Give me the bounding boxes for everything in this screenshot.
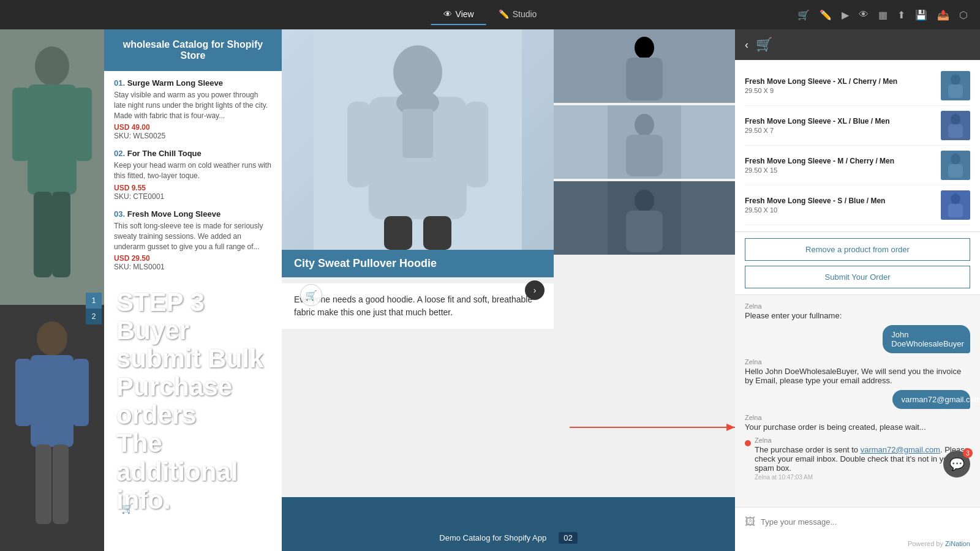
order-item-1-thumb	[941, 71, 970, 100]
order-item-2-thumb	[941, 111, 970, 140]
msg-order-sent: The purchase order is sent to varman72@g…	[755, 445, 970, 473]
product-panel: 🛒	[282, 29, 735, 551]
studio-label: Studio	[513, 9, 537, 19]
chat-back-button[interactable]: ‹	[745, 39, 748, 51]
svg-point-8	[37, 321, 67, 356]
thumb-2[interactable]	[554, 105, 735, 179]
order-actions: Remove a product from order Submit Your …	[735, 232, 980, 295]
cart-toolbar-icon[interactable]: 🛒	[797, 9, 810, 21]
catalog-item-2-sku: SKU: CTE0001	[114, 192, 272, 201]
svg-rect-9	[31, 355, 74, 447]
svg-rect-21	[347, 102, 371, 187]
svg-rect-2	[28, 84, 77, 195]
pencil-icon: ✏️	[499, 9, 509, 19]
bottom-cart-float[interactable]: 🛒	[116, 498, 136, 520]
catalog-item-2-title: 02. For The Chill Toque	[114, 149, 272, 158]
save-toolbar-icon[interactable]: 💾	[915, 9, 927, 21]
notification-badge: 3	[963, 448, 973, 458]
svg-rect-22	[465, 102, 488, 187]
edit-toolbar-icon[interactable]: ✏️	[820, 9, 832, 21]
page-num-2: 2	[86, 309, 102, 324]
thumb-1[interactable]	[554, 29, 735, 103]
msg-timestamp: Zelna at 10:47:03 AM	[755, 474, 970, 481]
svg-rect-4	[75, 88, 92, 161]
svg-rect-33	[626, 211, 663, 252]
cart-float-icon: 🛒	[305, 290, 317, 301]
thumb-3[interactable]	[554, 181, 735, 255]
side-numbers: 1 2	[86, 293, 102, 324]
order-item-2-detail: 29.50 X 7	[745, 127, 941, 134]
order-item-1-name: Fresh Move Long Sleeve - XL / Cherry / M…	[745, 77, 941, 87]
svg-rect-24	[423, 216, 451, 250]
msg-bubble-email: varman72@gmail.com	[873, 390, 970, 409]
product-description-text: Everyone needs a good hoodie. A loose fi…	[294, 294, 532, 317]
product-title: City Sweat Pullover Hoodie	[294, 257, 437, 269]
catalog-item-3-title: 03. Fresh Move Long Sleeve	[114, 209, 272, 219]
svg-point-29	[635, 114, 654, 136]
catalog-item-1-title: 01. Surge Warm Long Sleeve	[114, 78, 272, 88]
attach-icon[interactable]: 🖼	[745, 515, 756, 528]
toolbar-center: 👁 View ✏️ Studio	[431, 4, 549, 25]
order-item-4-detail: 29.50 X 10	[745, 206, 941, 214]
main-image-placeholder	[282, 29, 554, 250]
chat-message-input[interactable]	[761, 514, 970, 530]
svg-rect-20	[402, 109, 433, 158]
next-arrow[interactable]: ›	[525, 280, 545, 300]
bottom-bar-page: 02	[559, 532, 577, 544]
svg-rect-41	[948, 124, 963, 138]
share-toolbar-icon[interactable]: ⬆	[897, 9, 905, 21]
order-item-4-name: Fresh Move Long Sleeve - S / Blue / Men	[745, 197, 941, 206]
eye-toolbar-icon[interactable]: 👁	[859, 9, 869, 20]
svg-rect-10	[15, 359, 31, 426]
sender-name-zelna: Zelna	[745, 302, 970, 310]
top-toolbar: 👁 View ✏️ Studio 🛒 ✏️ ▶ 👁 ▦ ⬆ 💾 📤 ⬡	[0, 0, 980, 29]
chat-notif-container: 💬 3	[943, 451, 970, 478]
bottom-bar-label: Demo Catalog for Shopify App	[439, 533, 546, 542]
chat-header: ‹ 🛒	[735, 29, 980, 60]
catalog-item-3-price: USD 29.50	[114, 254, 272, 263]
order-item-3-detail: 29.50 X 15	[745, 167, 941, 174]
catalog-panel: 1 2 wholesale Catalog for Shopify Store …	[0, 29, 282, 551]
svg-point-32	[635, 190, 654, 212]
catalog-item-2-desc: Keep your head warm on cold weather runs…	[114, 160, 272, 181]
svg-point-37	[951, 74, 960, 85]
svg-rect-47	[948, 204, 963, 217]
product-cart-icon[interactable]: 🛒	[300, 284, 322, 306]
settings-toolbar-icon[interactable]: ⬡	[959, 9, 968, 21]
svg-point-43	[951, 154, 960, 165]
product-title-bar: City Sweat Pullover Hoodie	[282, 250, 554, 277]
sender-zelna-4: Zelna The purchase order is sent to varm…	[755, 437, 970, 481]
svg-text:🛒: 🛒	[121, 503, 134, 514]
page-num-1: 1	[86, 293, 102, 309]
chat-bubble-button[interactable]: 💬 3	[943, 451, 970, 478]
product-description-area: Everyone needs a good hoodie. A loose fi…	[282, 283, 554, 329]
export-toolbar-icon[interactable]: 📤	[937, 9, 949, 21]
play-toolbar-icon[interactable]: ▶	[842, 9, 849, 21]
sender-name-zelna-4: Zelna	[755, 437, 970, 444]
sender-zelna-3: Zelna Your purchase order is being creat…	[745, 414, 970, 432]
studio-tab[interactable]: ✏️ Studio	[486, 4, 549, 25]
chat-panel: ‹ 🛒 Fresh Move Long Sleeve - XL / Cherry…	[735, 29, 980, 551]
eye-icon: 👁	[443, 9, 452, 19]
order-item-4-info: Fresh Move Long Sleeve - S / Blue / Men …	[745, 197, 941, 214]
svg-rect-13	[53, 444, 69, 524]
left-model-lower	[0, 305, 104, 551]
sender-name-zelna-3: Zelna	[745, 414, 970, 421]
catalog-item-1-price: USD 49.00	[114, 123, 272, 132]
email-bubble: varman72@gmail.com	[892, 390, 970, 409]
remove-product-button[interactable]: Remove a product from order	[745, 238, 970, 261]
svg-point-46	[951, 193, 960, 204]
grid-toolbar-icon[interactable]: ▦	[878, 9, 888, 21]
submit-order-button[interactable]: Submit Your Order	[745, 266, 970, 288]
catalog-content: wholesale Catalog for Shopify Store 01. …	[104, 29, 282, 551]
view-tab[interactable]: 👁 View	[431, 4, 486, 25]
catalog-item-3: 03. Fresh Move Long Sleeve This soft lon…	[114, 209, 272, 271]
svg-point-40	[951, 114, 960, 125]
order-item-2-info: Fresh Move Long Sleeve - XL / Blue / Men…	[745, 117, 941, 134]
catalog-items-list: 01. Surge Warm Long Sleeve Stay visible …	[104, 71, 282, 287]
order-item-1-detail: 29.50 X 9	[745, 87, 941, 94]
email-link: varman72@gmail.com	[861, 445, 940, 454]
red-arrow-indicator	[745, 440, 751, 446]
chat-cart-icon: 🛒	[756, 37, 772, 53]
sender-zelna-1: Zelna Please enter your fullname:	[745, 302, 970, 320]
